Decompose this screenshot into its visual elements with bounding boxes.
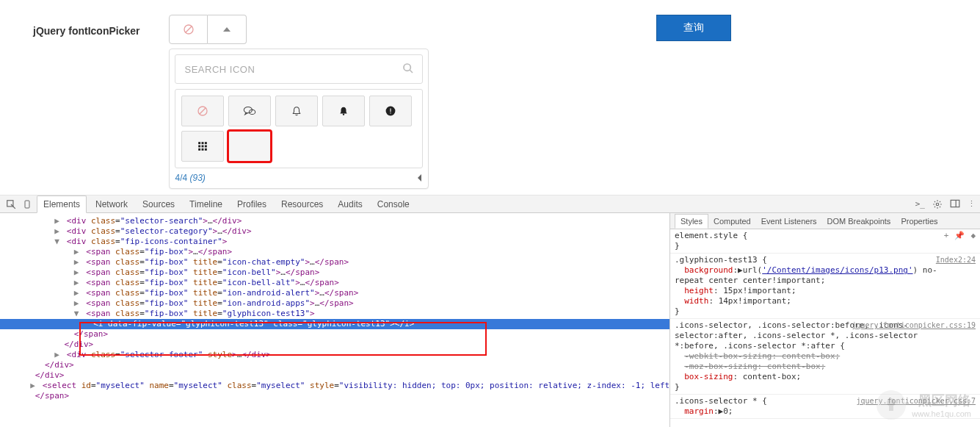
svg-line-1 [186, 26, 192, 32]
source-link[interactable]: jquery.fonticonpicker.css:19 [852, 320, 976, 331]
icon-option-none[interactable] [181, 96, 224, 126]
icon-grid [175, 89, 423, 168]
svg-rect-14 [205, 142, 207, 144]
dom-tree[interactable]: ▶ <div class="selector-search">…</div> ▶… [0, 213, 669, 427]
none-icon [197, 105, 208, 117]
settings-icon[interactable] [932, 199, 943, 209]
tab-timeline[interactable]: Timeline [184, 196, 228, 212]
svg-rect-18 [199, 148, 201, 151]
caret-up-icon [223, 27, 231, 32]
svg-rect-20 [205, 148, 207, 151]
devtools-toolbar: Elements Network Sources Timeline Profil… [0, 195, 980, 213]
none-icon [183, 24, 195, 35]
devtools: Elements Network Sources Timeline Profil… [0, 195, 980, 427]
tab-console[interactable]: Console [371, 196, 415, 212]
search-icon [402, 62, 414, 74]
toggle-icon[interactable]: ◆ [970, 231, 976, 241]
device-icon[interactable] [21, 198, 34, 211]
tab-elements[interactable]: Elements [37, 195, 87, 213]
icon-option-bell-outline[interactable] [275, 96, 318, 126]
prev-page-button[interactable] [417, 174, 423, 182]
tab-audits[interactable]: Audits [332, 196, 368, 212]
svg-line-5 [200, 108, 206, 114]
more-icon[interactable]: ⋮ [968, 199, 976, 209]
new-rule-icon[interactable]: + [944, 231, 949, 241]
source-link[interactable]: Index2:24 [936, 255, 976, 265]
svg-rect-16 [202, 146, 204, 148]
side-tab-computed[interactable]: Computed [708, 215, 756, 228]
svg-rect-13 [202, 142, 204, 144]
svg-point-23 [936, 203, 939, 206]
svg-rect-24 [951, 200, 959, 207]
side-tab-properties[interactable]: Properties [896, 215, 943, 228]
footer-count: 4/4 (93) [175, 173, 205, 183]
bell-fill-icon [338, 105, 349, 117]
drawer-icon[interactable]: >_ [915, 199, 925, 209]
dropdown-toggle-button[interactable] [208, 15, 247, 44]
tab-sources[interactable]: Sources [137, 196, 181, 212]
svg-rect-11 [391, 112, 391, 113]
watermark: 黑区网络www.he1qu.com [876, 390, 971, 420]
selected-dom-node[interactable]: <i data-fip-value="glyphicon-test13" cla… [0, 319, 669, 329]
svg-rect-17 [205, 146, 207, 148]
svg-rect-12 [199, 142, 201, 144]
icon-option-bell-fill[interactable] [322, 96, 365, 126]
selected-icon-button[interactable] [169, 15, 208, 44]
side-tab-breakpoints[interactable]: DOM Breakpoints [822, 215, 896, 228]
svg-rect-22 [25, 201, 29, 208]
query-button[interactable]: 查询 [656, 15, 731, 41]
svg-rect-19 [202, 148, 204, 151]
apps-icon [197, 141, 208, 151]
svg-rect-10 [391, 109, 391, 112]
tab-profiles[interactable]: Profiles [231, 196, 272, 212]
svg-point-2 [404, 64, 410, 71]
pin-icon[interactable]: 📌 [954, 231, 965, 241]
page-title: jQuery fontIconPicker [33, 25, 139, 37]
chat-icon [243, 106, 256, 116]
inspect-icon[interactable] [4, 198, 18, 211]
bell-outline-icon [291, 105, 302, 117]
chevron-left-icon [417, 174, 423, 182]
picker-dropdown: 4/4 (93) [169, 49, 429, 189]
svg-point-8 [343, 114, 344, 115]
search-input[interactable] [175, 54, 423, 84]
icon-option-glyphicon-test13[interactable] [228, 131, 271, 162]
svg-rect-15 [199, 146, 201, 148]
icon-option-chat[interactable] [228, 96, 271, 126]
icon-option-alert[interactable] [369, 96, 412, 126]
svg-line-3 [410, 70, 413, 73]
side-tab-listeners[interactable]: Event Listeners [756, 215, 822, 228]
tab-resources[interactable]: Resources [275, 196, 329, 212]
icon-option-apps[interactable] [181, 131, 224, 162]
alert-icon [385, 106, 396, 116]
tab-network[interactable]: Network [90, 196, 134, 212]
dock-icon[interactable] [950, 199, 960, 209]
icon-picker: 4/4 (93) [169, 15, 429, 189]
side-tab-styles[interactable]: Styles [675, 214, 708, 229]
